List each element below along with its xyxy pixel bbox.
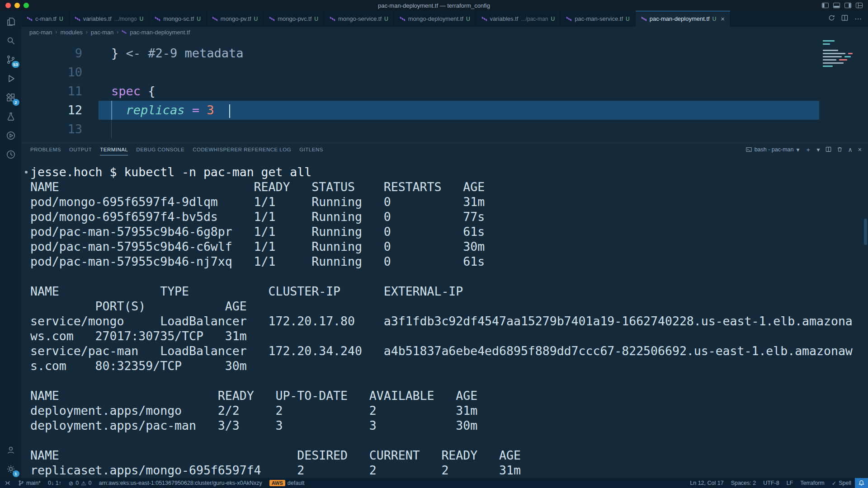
editor-tab[interactable]: mongo-deployment.tfU [394,11,476,27]
indentation-status[interactable]: Spaces: 2 [727,478,760,488]
breadcrumb-item[interactable]: pac-man [91,29,114,36]
terminal-line: NAME TYPE CLUSTER-IP EXTERNAL-IP [30,284,868,299]
editor-tab[interactable]: pac-man-service.tfU [561,11,636,27]
terminal-line: NAME READY UP-TO-DATE AVAILABLE AGE [30,388,868,403]
editor-tab[interactable]: mongo-service.tfU [324,11,394,27]
editor-tab[interactable]: mongo-pv.tfU [207,11,264,27]
chevron-right-icon: › [56,29,57,35]
git-branch-status[interactable]: main* [14,478,44,488]
remote-indicator[interactable] [0,478,14,488]
problems-status[interactable]: ⊘0 ⚠0 [65,478,95,488]
terraform-icon [481,16,487,22]
eks-cluster-context[interactable]: arn:aws:eks:us-east-1:051367950628:clust… [95,478,265,488]
check-icon: ✓ [832,480,836,487]
terminal-line: NAME DESIRED CURRENT READY AGE [30,448,868,463]
search-icon[interactable] [5,34,17,47]
toggle-sidebar-icon[interactable] [822,3,829,8]
error-icon: ⊘ [69,480,73,487]
editor-tab[interactable]: mongo-pvc.tfU [264,11,324,27]
panel-tab-debug-console[interactable]: DEBUG CONSOLE [136,143,184,155]
terminal-icon [746,147,752,152]
terminal-line: service/mongo LoadBalancer 172.20.17.80 … [30,314,868,328]
refresh-icon[interactable] [828,14,835,23]
testing-beaker-icon[interactable] [5,110,17,123]
chevron-right-icon: › [117,29,118,35]
panel-header: PROBLEMS OUTPUT TERMINAL DEBUG CONSOLE C… [21,143,868,155]
customize-layout-icon[interactable] [856,3,863,8]
terraform-icon [27,16,33,22]
panel-tab-problems[interactable]: PROBLEMS [30,143,61,155]
account-icon[interactable] [5,444,17,456]
editor-tab[interactable]: mongo-sc.tfU [149,11,207,27]
terraform-icon [641,16,647,22]
extensions-icon[interactable]: 2 [5,91,17,104]
close-tab-icon[interactable]: × [721,15,725,23]
settings-badge: 1 [13,470,19,477]
terraform-icon [330,16,335,22]
spell-checker-status[interactable]: ✓Spell [828,478,855,488]
encoding-status[interactable]: UTF-8 [760,478,783,488]
status-bar: main* 0↓ 1↑ ⊘0 ⚠0 arn:aws:eks:us-east-1:… [0,478,868,488]
aws-profile-badge[interactable]: AWSdefault [266,478,308,488]
indent-guide [111,101,112,120]
editor-line-12-current: 12 replicas = 3 [21,101,868,120]
chevron-right-icon: › [86,29,88,35]
breadcrumb-item[interactable]: pac-man [29,29,52,36]
close-window-button[interactable] [5,3,11,8]
code-editor[interactable]: 9 } <- #2-9 metadata 10 11 spec { 12 rep… [21,38,868,143]
tab-bar: c-man.tfU variables.tf.../mongoU mongo-s… [21,11,868,27]
editor-actions: ⋯ [822,11,868,27]
editor-tab[interactable]: c-man.tfU [21,11,69,27]
settings-gear-icon[interactable]: 1 [5,463,17,475]
titlebar: pac-man-deployment.tf — terraform_config [0,0,868,11]
kill-terminal-icon[interactable] [837,146,843,152]
text-cursor [229,104,230,118]
terminal-line: deployment.apps/pac-man 3/3 3 3 30m [30,418,868,433]
editor-tab[interactable]: variables.tf.../mongoU [69,11,150,27]
terminal-output[interactable]: jesse.hoch $ kubectl -n pac-man get all … [21,155,868,478]
panel-tab-terminal[interactable]: TERMINAL [100,143,128,155]
close-panel-icon[interactable]: × [858,146,862,153]
toggle-panel-icon[interactable] [833,3,840,8]
language-mode-status[interactable]: Terraform [797,478,828,488]
terraform-icon [155,16,160,22]
minimap[interactable] [821,38,868,117]
more-actions-icon[interactable]: ⋯ [854,14,862,23]
zoom-window-button[interactable] [24,3,29,8]
breadcrumb-item[interactable]: modules [61,29,83,36]
line-number: 9 [21,44,82,63]
terminal-session-select[interactable]: bash - pac-man ▾ [746,146,800,153]
explorer-icon[interactable] [5,15,17,28]
terminal-line: PORT(S) AGE [30,299,868,314]
notifications-bell[interactable] [855,478,868,488]
terminal-line: pod/mongo-695f6597f4-bv5ds 1/1 Running 0… [30,209,868,224]
terminal-dropdown-icon[interactable]: ▾ [817,146,820,153]
sync-status[interactable]: 0↓ 1↑ [44,478,65,488]
run-debug-icon[interactable] [5,72,17,85]
breadcrumb-item[interactable]: pac-man-deployment.tf [130,29,190,36]
terminal-line: ws.com 27017:30735/TCP 31m [30,328,868,343]
terminal-scrollbar[interactable] [864,219,867,245]
new-terminal-icon[interactable]: ＋ [805,146,811,153]
editor-tab-active[interactable]: pac-man-deployment.tfU× [636,11,731,27]
editor-line-9: 9 } <- #2-9 metadata [21,44,868,63]
toggle-secondary-sidebar-icon[interactable] [844,3,851,8]
editor-tab[interactable]: variables.tf.../pac-manU [476,11,561,27]
split-terminal-icon[interactable] [826,146,831,152]
terminal-line: replicaset.apps/mongo-695f6597f4 2 2 2 3… [30,463,868,478]
panel-tab-output[interactable]: OUTPUT [69,143,92,155]
terminal-line [30,433,868,448]
split-editor-icon[interactable] [841,14,848,23]
panel-tab-codewhisperer-reference-log[interactable]: CODEWHISPERER REFERENCE LOG [193,143,291,155]
line-number: 13 [21,120,82,139]
source-control-icon[interactable]: 53 [5,53,17,66]
maximize-panel-icon[interactable]: ∧ [848,146,853,153]
prompt-dot-icon [25,171,28,174]
run-task-icon[interactable] [5,129,17,142]
panel-tab-gitlens[interactable]: GITLENS [299,143,323,155]
minimize-window-button[interactable] [14,3,20,8]
cursor-position-status[interactable]: Ln 12, Col 17 [686,478,727,488]
terraform-icon [212,16,218,22]
history-icon[interactable] [5,148,17,161]
eol-status[interactable]: LF [783,478,797,488]
